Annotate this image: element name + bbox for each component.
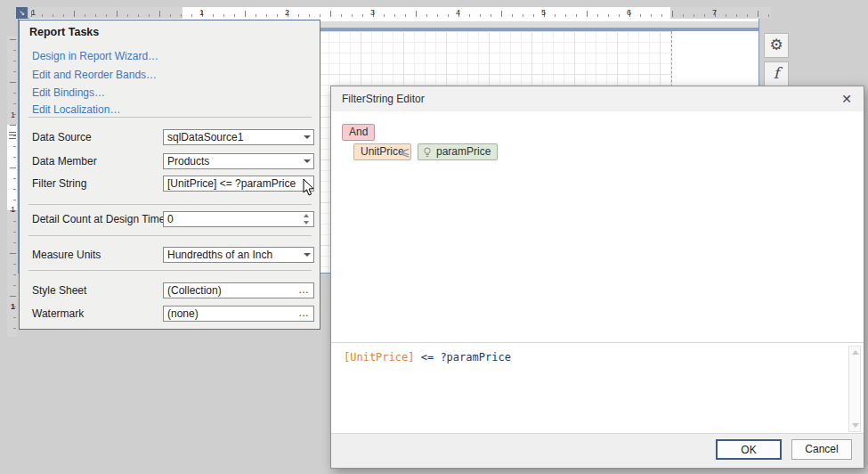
ruler-number: 4 bbox=[456, 8, 460, 17]
expression-text-area[interactable]: [UnitPrice] <= ?paramPrice bbox=[331, 342, 864, 435]
function-icon: f bbox=[774, 64, 779, 82]
field-value: (Collection) bbox=[167, 283, 222, 298]
scroll-down-icon[interactable] bbox=[852, 423, 859, 428]
mouse-cursor bbox=[303, 178, 316, 198]
group-operator-chip[interactable]: And bbox=[342, 124, 375, 141]
field-label: Data Member bbox=[32, 155, 166, 168]
ruler-number: 3 bbox=[370, 8, 375, 17]
field-label: Style Sheet bbox=[32, 284, 166, 297]
ellipsis-button[interactable]: … bbox=[298, 306, 310, 319]
ok-button[interactable]: OK bbox=[716, 439, 782, 460]
field-value: Hundredths of an Inch bbox=[167, 248, 272, 262]
dialog-footer: OK Cancel bbox=[331, 433, 864, 468]
ruler-major-ticks bbox=[10, 39, 16, 333]
chevron-down-icon[interactable] bbox=[304, 135, 311, 139]
measure-units-dropdown[interactable]: Hundredths of an Inch bbox=[163, 247, 314, 263]
expression-rest-token: <= ?paramPrice bbox=[414, 351, 510, 364]
ruler-number: 1 bbox=[11, 205, 15, 214]
filter-string-input[interactable]: [UnitPrice] <= ?paramPrice bbox=[163, 176, 314, 192]
field-label: Data Source bbox=[32, 131, 166, 143]
dialog-titlebar[interactable]: FilterString Editor ✕ bbox=[331, 86, 864, 111]
band-position-marker bbox=[9, 132, 16, 139]
ruler-number: 5 bbox=[541, 8, 546, 17]
link-edit-localization[interactable]: Edit Localization… bbox=[32, 103, 120, 116]
vertical-scrollbar[interactable] bbox=[848, 346, 861, 432]
spin-down-icon[interactable] bbox=[304, 221, 309, 225]
field-value: [UnitPrice] <= ?paramPrice bbox=[167, 176, 296, 191]
separator bbox=[28, 204, 312, 205]
data-member-dropdown[interactable]: Products bbox=[163, 153, 314, 169]
ruler-major-ticks bbox=[31, 11, 769, 17]
spin-up-icon[interactable] bbox=[304, 214, 309, 217]
ruler-corner-button[interactable]: ↘ bbox=[16, 7, 28, 19]
ruler-number: 7 bbox=[712, 8, 717, 17]
report-tasks-panel: Report Tasks Design in Report Wizard… Ed… bbox=[19, 20, 320, 330]
filterstring-editor-dialog: FilterString Editor ✕ And UnitPrice ⩽ pa… bbox=[330, 86, 864, 469]
chevron-down-icon[interactable] bbox=[304, 159, 311, 163]
ruler-number: 6 bbox=[627, 8, 631, 17]
gear-icon: ⚙ bbox=[769, 37, 783, 53]
separator bbox=[28, 270, 312, 271]
chevron-down-icon[interactable] bbox=[304, 253, 311, 257]
horizontal-ruler: 1 1 2 3 4 5 6 7 bbox=[29, 7, 771, 19]
cancel-button[interactable]: Cancel bbox=[791, 439, 852, 460]
spinner-buttons[interactable] bbox=[302, 213, 312, 225]
link-edit-and-reorder-bands[interactable]: Edit and Reorder Bands… bbox=[32, 69, 157, 81]
field-label: Watermark bbox=[32, 307, 166, 320]
field-value: 0 bbox=[167, 212, 174, 226]
field-label: Detail Count at Design Time bbox=[32, 213, 166, 225]
ruler-number: 2 bbox=[285, 8, 289, 17]
ruler-number: 1 bbox=[199, 8, 204, 17]
ruler-number: 1 bbox=[11, 110, 15, 119]
ellipsis-button[interactable]: … bbox=[298, 283, 310, 296]
scripts-function-button[interactable]: f bbox=[764, 61, 789, 86]
ruler-number: 1 bbox=[31, 8, 36, 17]
scroll-up-icon[interactable] bbox=[852, 350, 859, 355]
field-value: (none) bbox=[167, 306, 199, 321]
close-icon[interactable]: ✕ bbox=[837, 90, 856, 108]
separator bbox=[28, 235, 312, 236]
dialog-title: FilterString Editor bbox=[342, 93, 425, 105]
vertical-ruler: 1 1 1 bbox=[7, 36, 17, 337]
condition-parameter-chip[interactable]: paramPrice bbox=[418, 143, 498, 160]
field-label: Measure Units bbox=[32, 249, 166, 261]
data-source-dropdown[interactable]: sqlDataSource1 bbox=[163, 129, 314, 145]
settings-gear-button[interactable]: ⚙ bbox=[764, 33, 789, 58]
separator bbox=[28, 117, 312, 118]
expression-text: [UnitPrice] <= ?paramPrice bbox=[344, 351, 511, 364]
panel-title: Report Tasks bbox=[29, 26, 99, 38]
style-sheet-editor[interactable]: (Collection) … bbox=[163, 282, 314, 298]
link-design-in-report-wizard[interactable]: Design in Report Wizard… bbox=[32, 50, 158, 62]
parameter-lightbulb-icon bbox=[423, 147, 432, 159]
link-edit-bindings[interactable]: Edit Bindings… bbox=[32, 86, 105, 99]
detail-count-spinner[interactable]: 0 bbox=[163, 211, 314, 227]
report-designer: ↘ 1 1 2 3 4 5 6 7 1 1 1 ⚙ f Report Tasks… bbox=[0, 0, 868, 474]
field-value: sqlDataSource1 bbox=[167, 130, 243, 144]
field-label: Filter String bbox=[32, 177, 166, 190]
parameter-name: paramPrice bbox=[436, 145, 491, 158]
watermark-editor[interactable]: (none) … bbox=[163, 306, 314, 322]
field-value: Products bbox=[167, 154, 209, 168]
condition-operator-chip[interactable]: ⩽ bbox=[400, 144, 410, 159]
ruler-number: 1 bbox=[11, 302, 15, 311]
expression-field-token: [UnitPrice] bbox=[344, 351, 414, 364]
